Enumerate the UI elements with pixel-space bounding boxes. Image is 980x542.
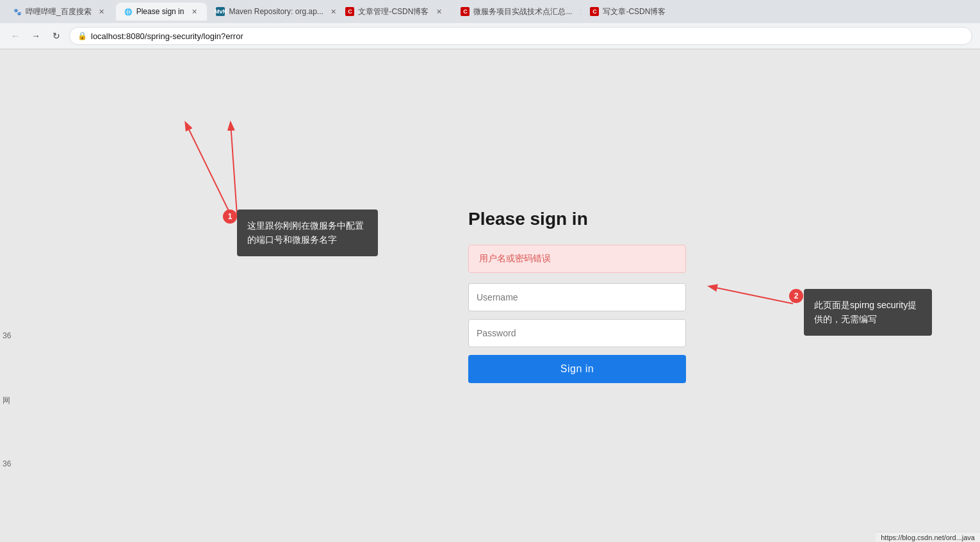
- tab-close-csdn-manage[interactable]: ✕: [434, 6, 444, 17]
- tab-close-maven[interactable]: ✕: [329, 6, 337, 17]
- browser-chrome: 🐾 哔哩哔哩_百度搜索 ✕ 🌐 Please sign in ✕ MvN Mav…: [0, 0, 980, 49]
- tab-signin[interactable]: 🌐 Please sign in ✕: [116, 3, 208, 21]
- back-button[interactable]: ←: [8, 28, 23, 44]
- url-bar[interactable]: 🔒 localhost:8080/spring-security/login?e…: [69, 27, 972, 45]
- error-banner: 用户名或密码错误: [468, 245, 686, 273]
- annotation-badge-1: 1: [223, 209, 237, 224]
- sign-in-button[interactable]: Sign in: [468, 355, 686, 383]
- page-title: Please sign in: [468, 209, 686, 229]
- annotation-badge-2: 2: [789, 289, 803, 303]
- tab-close-csdn-micro[interactable]: ✕: [577, 6, 581, 17]
- side-label-36b: 36: [3, 459, 11, 468]
- side-label-network: 网: [3, 395, 10, 406]
- tab-close-baidu[interactable]: ✕: [97, 6, 107, 17]
- tab-close-signin[interactable]: ✕: [189, 6, 199, 17]
- annotation-tooltip-1: 这里跟你刚刚在微服务中配置的端口号和微服务名字: [237, 209, 378, 256]
- tab-maven[interactable]: MvN Maven Repository: org.ap... ✕: [208, 3, 336, 21]
- tab-favicon-maven: MvN: [216, 7, 225, 16]
- tab-label-baidu: 哔哩哔哩_百度搜索: [26, 6, 92, 17]
- tab-favicon-csdn-micro: C: [461, 7, 470, 16]
- tab-csdn-write[interactable]: C 写文章-CSDN博客: [582, 3, 673, 21]
- tab-favicon-csdn-manage: C: [345, 7, 354, 16]
- tab-label-signin: Please sign in: [136, 7, 184, 16]
- side-label-36a: 36: [3, 331, 11, 340]
- url-text: localhost:8080/spring-security/login?err…: [91, 31, 964, 41]
- svg-line-3: [710, 286, 793, 304]
- forward-button[interactable]: →: [28, 28, 44, 44]
- tab-label-csdn-manage: 文章管理-CSDN博客: [358, 6, 429, 17]
- tab-favicon-baidu: 🐾: [13, 7, 22, 16]
- username-input[interactable]: [468, 283, 686, 311]
- tab-bar: 🐾 哔哩哔哩_百度搜索 ✕ 🌐 Please sign in ✕ MvN Mav…: [0, 0, 980, 23]
- svg-line-1: [186, 123, 231, 215]
- password-input[interactable]: [468, 319, 686, 347]
- tab-label-maven: Maven Repository: org.ap...: [229, 7, 323, 16]
- address-bar: ← → ↻ 🔒 localhost:8080/spring-security/l…: [0, 23, 980, 49]
- tab-label-csdn-micro: 微服务项目实战技术点汇总...: [473, 6, 572, 17]
- tab-baidu[interactable]: 🐾 哔哩哔哩_百度搜索 ✕: [5, 3, 115, 21]
- tab-csdn-manage[interactable]: C 文章管理-CSDN博客 ✕: [338, 3, 452, 21]
- reload-button[interactable]: ↻: [49, 28, 64, 44]
- svg-line-2: [231, 123, 237, 215]
- tab-csdn-micro[interactable]: C 微服务项目实战技术点汇总... ✕: [453, 3, 581, 21]
- bottom-bar: https://blog.csdn.net/ord...java: [876, 532, 980, 542]
- annotation-tooltip-2: 此页面是spirng security提供的，无需编写: [804, 289, 932, 336]
- lock-icon: 🔒: [78, 31, 87, 40]
- login-container: Please sign in 用户名或密码错误 Sign in: [468, 209, 686, 383]
- page-content: Please sign in 用户名或密码错误 Sign in 1: [0, 49, 980, 542]
- tab-label-csdn-write: 写文章-CSDN博客: [603, 6, 666, 17]
- tab-favicon-csdn-write: C: [590, 7, 599, 16]
- tab-favicon-signin: 🌐: [124, 7, 133, 16]
